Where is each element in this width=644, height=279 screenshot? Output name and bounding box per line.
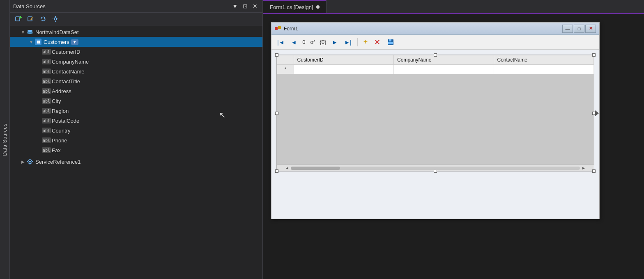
nav-strip: |◄ ◄ 0 of {0} ► ►| + ✕ xyxy=(271,35,599,50)
northwinddataset-label: NorthwindDataSet xyxy=(35,29,79,35)
save-icon xyxy=(387,39,394,46)
data-sources-panel: Data Sources Data Sources ▼ ⊡ ✕ xyxy=(0,0,263,279)
add-datasource-icon xyxy=(15,16,22,22)
refresh-datasource-button[interactable] xyxy=(38,14,48,23)
form-close-button[interactable]: ✕ xyxy=(585,25,596,33)
datagrid-col-companyname[interactable]: CompanyName xyxy=(394,55,494,65)
edit-datasource-icon xyxy=(28,16,34,22)
tab-bar: Form1.cs [Design] xyxy=(263,0,644,14)
edit-datasource-button[interactable] xyxy=(25,14,36,23)
nav-prev-button[interactable]: ◄ xyxy=(289,38,299,47)
datagrid-col-contactname[interactable]: ContactName xyxy=(494,55,593,65)
form1-window: Form1 — □ ✕ |◄ xyxy=(271,22,600,219)
field-icon-city: abl xyxy=(43,97,50,105)
hscroll-track[interactable] xyxy=(291,167,580,170)
tree-item-country[interactable]: abl Country xyxy=(10,126,262,135)
field-icon-region: abl xyxy=(43,107,50,114)
form-maximize-button[interactable]: □ xyxy=(574,25,584,33)
field-icon-contacttitle: abl xyxy=(43,78,50,85)
configure-datasource-button[interactable] xyxy=(50,14,61,23)
configure-icon xyxy=(52,16,59,22)
tree-item-contactname[interactable]: abl ContactName xyxy=(10,66,262,76)
field-icon-postalcode: abl xyxy=(43,117,50,124)
tab-form1-design[interactable]: Form1.cs [Design] xyxy=(263,0,327,13)
form-title-text: Form1 xyxy=(284,26,298,32)
customers-dropdown-button[interactable]: ▼ xyxy=(71,39,78,45)
resize-handle-bot-left[interactable] xyxy=(275,169,278,173)
vertical-tab-label: Data Sources xyxy=(2,123,8,156)
tree-item-contacttitle[interactable]: abl ContactTitle xyxy=(10,76,262,86)
vertical-tab[interactable]: Data Sources xyxy=(0,0,10,279)
tab-modified-indicator xyxy=(316,5,320,9)
table-icon-customers: ▦ xyxy=(34,38,42,46)
ds-tree: ▼ NorthwindDataSet ▼ ▦ Customers ▼ xyxy=(10,25,262,279)
tree-item-companyname[interactable]: abl CompanyName xyxy=(10,57,262,66)
field-icon-companyname: abl xyxy=(43,58,50,65)
tree-item-customerid[interactable]: abl CustomerID xyxy=(10,47,262,57)
hscroll-thumb[interactable] xyxy=(291,167,340,170)
datagrid-container: CustomerID CompanyName ContactName * xyxy=(276,55,594,172)
expand-arrow-northwind: ▼ xyxy=(20,30,26,34)
ds-header-controls: ▼ ⊡ ✕ xyxy=(230,2,259,10)
tree-item-northwinddataset[interactable]: ▼ NorthwindDataSet xyxy=(10,27,262,37)
resize-handle-bot-right[interactable] xyxy=(592,169,596,173)
nav-current-record: 0 xyxy=(302,39,305,45)
dg-arrow-right xyxy=(595,110,599,117)
tab-label: Form1.cs [Design] xyxy=(270,4,313,10)
add-datasource-button[interactable] xyxy=(13,14,24,23)
resize-handle-top-left[interactable] xyxy=(275,53,278,57)
ds-panel-title: Data Sources xyxy=(13,3,46,9)
ds-float-button[interactable]: ⊡ xyxy=(241,2,249,10)
servicereference-label: ServiceReference1 xyxy=(35,159,81,165)
nav-delete-button[interactable]: ✕ xyxy=(372,37,383,48)
datagrid-cell-customerid-new[interactable] xyxy=(294,65,393,74)
customers-label: Customers xyxy=(44,39,69,45)
ds-pin-button[interactable]: ▼ xyxy=(230,2,239,10)
ds-panel-header: Data Sources ▼ ⊡ ✕ xyxy=(10,0,262,13)
tree-item-servicereference[interactable]: ▶ ServiceReference1 xyxy=(10,157,262,167)
expand-arrow-service: ▶ xyxy=(20,160,26,164)
svg-point-8 xyxy=(28,30,32,32)
datagrid-new-row[interactable]: * xyxy=(277,65,594,74)
resize-handle-mid-left[interactable] xyxy=(275,112,278,115)
nav-add-button[interactable]: + xyxy=(361,37,370,48)
ds-close-button[interactable]: ✕ xyxy=(251,2,259,10)
resize-handle-bot-mid[interactable] xyxy=(434,169,437,173)
nav-separator-1 xyxy=(357,38,358,46)
form-app-icon xyxy=(275,25,281,32)
design-surface: ↖ Form1 — □ xyxy=(263,14,644,279)
field-icon-fax: abl xyxy=(43,146,50,154)
datagrid-cell-companyname-new[interactable] xyxy=(394,65,494,74)
form-titlebar: Form1 — □ ✕ xyxy=(271,23,599,35)
svg-rect-0 xyxy=(16,17,20,21)
resize-handle-top-mid[interactable] xyxy=(434,53,437,57)
form-minimize-button[interactable]: — xyxy=(562,25,573,33)
datagrid[interactable]: CustomerID CompanyName ContactName * xyxy=(277,55,594,74)
datagrid-empty-body xyxy=(277,74,594,165)
datagrid-col-customerid[interactable]: CustomerID xyxy=(294,55,393,65)
nav-last-button[interactable]: ►| xyxy=(342,38,354,47)
ds-toolbar xyxy=(10,13,262,25)
new-row-indicator: * xyxy=(277,65,294,74)
tree-item-fax[interactable]: abl Fax xyxy=(10,145,262,155)
field-icon-phone: abl xyxy=(43,137,50,144)
resize-handle-top-right[interactable] xyxy=(592,53,596,57)
tree-item-phone[interactable]: abl Phone xyxy=(10,135,262,145)
svg-rect-13 xyxy=(389,39,391,41)
tree-item-address[interactable]: abl Address xyxy=(10,86,262,96)
dataset-icon xyxy=(26,28,34,36)
hscroll-left-button[interactable]: ◄ xyxy=(283,166,291,170)
hscroll-right-button[interactable]: ► xyxy=(580,166,587,170)
nav-next-button[interactable]: ► xyxy=(329,38,340,47)
tree-item-region[interactable]: abl Region xyxy=(10,106,262,116)
tree-item-city[interactable]: abl City xyxy=(10,96,262,106)
tree-item-postalcode[interactable]: abl PostalCode xyxy=(10,116,262,126)
field-icon-customerid: abl xyxy=(43,48,50,55)
field-icon-contactname: abl xyxy=(43,68,50,75)
nav-total-records: {0} xyxy=(320,39,326,45)
nav-save-button[interactable] xyxy=(384,37,397,47)
field-icon-country: abl xyxy=(43,127,50,134)
nav-first-button[interactable]: |◄ xyxy=(275,38,287,47)
datagrid-cell-contactname-new[interactable] xyxy=(494,65,593,74)
tree-item-customers[interactable]: ▼ ▦ Customers ▼ xyxy=(10,37,262,47)
